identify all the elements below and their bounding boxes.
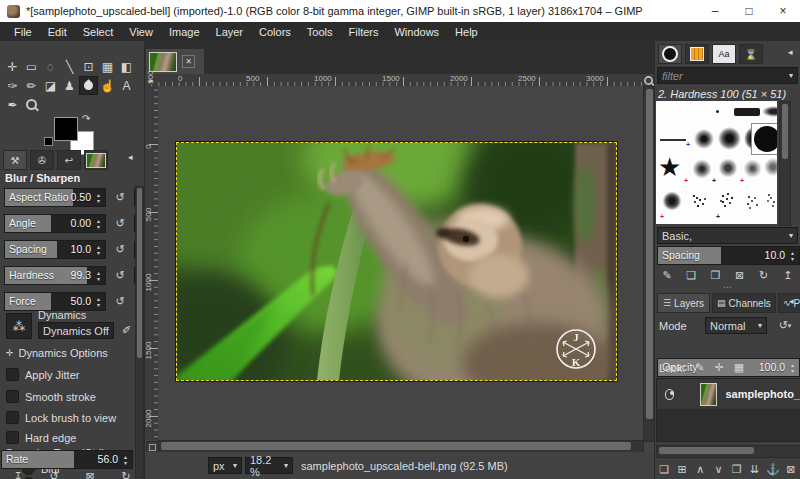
edit-brush-icon[interactable]: ✎ xyxy=(659,267,675,283)
new-layer-icon[interactable]: ❏ xyxy=(656,461,672,477)
tab-device-status[interactable]: ✇ xyxy=(30,150,54,170)
image-layer[interactable]: J K xyxy=(176,142,617,381)
pencil-tool[interactable]: ✏ xyxy=(22,76,41,95)
rate-slider[interactable]: Rate 56.0 ▴▾ xyxy=(1,450,133,469)
smooth-stroke-checkbox[interactable] xyxy=(6,390,19,403)
unit-select[interactable]: px ▾ xyxy=(208,457,242,474)
brush-item[interactable] xyxy=(748,196,750,198)
open-brush-icon[interactable]: ↥ xyxy=(780,267,796,283)
menu-windows[interactable]: Windows xyxy=(386,24,447,40)
minimize-button[interactable]: – xyxy=(698,0,732,22)
dock-menu-icon[interactable]: ◂ xyxy=(788,47,793,57)
brush-item[interactable] xyxy=(734,108,760,116)
tab-patterns[interactable] xyxy=(685,44,709,64)
brush-scrollbar[interactable] xyxy=(779,101,791,226)
duplicate-brush-icon[interactable]: ❐ xyxy=(707,267,723,283)
brush-item[interactable] xyxy=(743,159,762,178)
reset-tool-icon[interactable]: ↻ xyxy=(118,468,134,479)
color-picker-tool[interactable]: ✒ xyxy=(3,95,22,114)
save-options-icon[interactable]: ↧ xyxy=(10,468,26,479)
hardness-slider[interactable]: Hardness 99.3 ▴▾ xyxy=(4,266,106,285)
menu-filters[interactable]: Filters xyxy=(341,24,387,40)
brush-item-star[interactable]: ★ xyxy=(658,153,681,181)
move-tool[interactable]: ✛ xyxy=(3,57,22,76)
lock-pixels-icon[interactable]: ✎ xyxy=(695,361,704,374)
brush-item[interactable] xyxy=(718,127,741,150)
tab-layers[interactable]: ☰ Layers xyxy=(657,293,710,313)
brush-item[interactable] xyxy=(662,191,682,211)
dock-menu-icon[interactable]: ◂ xyxy=(128,152,133,162)
layer-thumbnail[interactable] xyxy=(700,383,717,406)
paths-tool[interactable]: ╲ xyxy=(60,57,79,76)
zoom-select[interactable]: 18.2 % ▾ xyxy=(245,457,293,474)
reset-icon[interactable]: ↺ xyxy=(112,190,128,206)
tab-image-thumb[interactable] xyxy=(84,150,108,170)
menu-image[interactable]: Image xyxy=(161,24,208,40)
eraser-tool[interactable]: ◪ xyxy=(41,76,60,95)
reset-icon[interactable]: ↺ xyxy=(112,242,128,258)
paintbrush-tool[interactable]: ✑ xyxy=(3,76,22,95)
lower-layer-icon[interactable]: ∨ xyxy=(710,461,726,477)
brush-item[interactable] xyxy=(768,194,770,196)
dock-menu-icon[interactable]: ◂ xyxy=(789,296,794,306)
dock-resize-handle[interactable]: ⋯ xyxy=(655,283,800,291)
free-select-tool[interactable]: ◌ xyxy=(41,57,60,76)
brush-filter-input[interactable]: filter ▾ xyxy=(657,67,798,84)
merge-layer-icon[interactable]: ⇊ xyxy=(747,461,763,477)
tab-brushes[interactable] xyxy=(658,44,682,64)
hard-edge-checkbox[interactable] xyxy=(6,431,19,444)
brush-group-select[interactable]: Basic, ▾ xyxy=(657,227,798,244)
dynamics-select[interactable]: Dynamics Off xyxy=(38,322,114,339)
tab-document-history[interactable]: ⌛ xyxy=(739,44,763,64)
brush-item[interactable] xyxy=(692,159,712,179)
reset-icon[interactable]: ↺ xyxy=(112,294,128,310)
menu-tools[interactable]: Tools xyxy=(299,24,341,40)
delete-options-icon[interactable]: ⊠ xyxy=(82,468,98,479)
mode-select[interactable]: Normal ▾ xyxy=(705,317,767,334)
brush-item[interactable] xyxy=(716,110,719,113)
menu-help[interactable]: Help xyxy=(447,24,486,40)
close-tab-icon[interactable]: ✕ xyxy=(182,55,195,68)
brush-item[interactable] xyxy=(718,158,738,178)
right-divider[interactable] xyxy=(654,41,655,479)
edit-dynamics-icon[interactable]: ✐ xyxy=(122,324,131,337)
lock-brush-checkbox[interactable] xyxy=(6,411,19,424)
aspect-ratio-slider[interactable]: Aspect Ratio 0.50 ▴▾ xyxy=(4,188,106,207)
angle-slider[interactable]: Angle 0.00 ▴▾ xyxy=(4,214,106,233)
brush-item[interactable] xyxy=(696,197,698,199)
brush-item[interactable] xyxy=(660,139,686,141)
transform-tool[interactable]: ▦ xyxy=(98,57,117,76)
tool-options-scrollbar[interactable] xyxy=(135,186,144,478)
apply-jitter-checkbox[interactable] xyxy=(6,368,19,381)
default-colors-icon[interactable] xyxy=(44,137,53,146)
menu-view[interactable]: View xyxy=(121,24,161,40)
blend-space-button[interactable]: ↺▾ xyxy=(773,318,797,334)
maximize-button[interactable]: □ xyxy=(732,0,766,22)
swap-colors-icon[interactable]: ↷ xyxy=(82,113,90,124)
brush-item[interactable] xyxy=(764,158,777,176)
anchor-layer-icon[interactable]: ⚓ xyxy=(765,461,781,477)
image-tab[interactable]: ✕ xyxy=(146,49,204,74)
new-brush-icon[interactable]: ❏ xyxy=(683,267,699,283)
reset-icon[interactable]: ↺ xyxy=(112,216,128,232)
layers-hscrollbar[interactable] xyxy=(656,445,800,458)
visibility-eye-icon[interactable] xyxy=(665,389,674,400)
text-tool[interactable]: A xyxy=(117,76,136,95)
layer-row[interactable]: samplephoto_ xyxy=(657,379,800,409)
delete-brush-icon[interactable]: ⊠ xyxy=(732,267,748,283)
dynamics-button[interactable]: ⁂ xyxy=(6,313,32,339)
clone-tool[interactable]: ♟ xyxy=(60,76,79,95)
rectangle-select-tool[interactable]: ▭ xyxy=(22,57,41,76)
dynamics-options-expander[interactable]: ✛ Dynamics Options xyxy=(6,347,108,359)
reset-icon[interactable]: ↺ xyxy=(112,268,128,284)
refresh-brushes-icon[interactable]: ↻ xyxy=(756,267,772,283)
brush-item[interactable] xyxy=(694,129,714,149)
tab-tool-options[interactable]: ⚒ xyxy=(3,150,27,170)
vertical-ruler[interactable]: -500 0 500 1000 1500 2000 xyxy=(145,86,159,440)
new-layer-group-icon[interactable]: ⊞ xyxy=(674,461,690,477)
left-divider[interactable] xyxy=(144,41,145,479)
bucket-fill-tool[interactable]: ◧ xyxy=(117,57,136,76)
tab-channels[interactable]: ▤ Channels xyxy=(712,293,776,313)
duplicate-layer-icon[interactable]: ❐ xyxy=(729,461,745,477)
blur-sharpen-tool[interactable] xyxy=(79,76,98,95)
